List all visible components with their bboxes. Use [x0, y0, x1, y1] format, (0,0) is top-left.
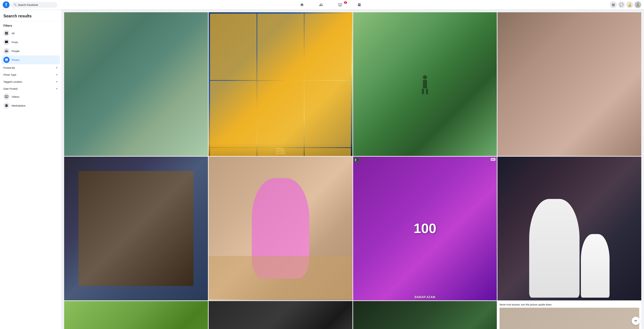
svg-rect-3 — [426, 89, 428, 94]
content-area: FIFA 23 Ratings FASTEST PLAYERS — [62, 9, 644, 329]
share-fab-icon: ✏ — [634, 319, 637, 323]
sidebar-item-posts-label: Posts — [12, 41, 18, 44]
main-layout: Search results Filters All Posts People — [0, 9, 644, 329]
account-avatar[interactable] — [634, 1, 641, 8]
videos-icon — [4, 94, 10, 100]
filter-tagged-location[interactable]: Tagged Location ▼ — [1, 78, 60, 85]
page-title: Search results — [1, 12, 60, 20]
photo-item-6[interactable] — [209, 157, 352, 300]
filter-date-posted[interactable]: Date Posted ▼ — [1, 85, 60, 92]
nav-watch[interactable]: 6 — [330, 1, 350, 9]
filter-posted-by-label: Posted By — [4, 66, 15, 69]
sidebar-item-marketplace[interactable]: Marketplace — [1, 101, 60, 110]
sidebar-item-photos-label: Photos — [12, 58, 20, 61]
photo-item-7[interactable]: 🇵🇰 ICC 100 BABAR AZAM — [353, 157, 497, 300]
photo-item-4[interactable] — [498, 12, 641, 156]
search-box[interactable]: 🔍 — [11, 2, 57, 8]
filter-posted-by[interactable]: Posted By ▼ — [1, 64, 60, 71]
filter-photo-type[interactable]: Photo Type ▼ — [1, 71, 60, 78]
svg-rect-1 — [423, 80, 427, 88]
sidebar-item-people-label: People — [12, 50, 20, 52]
babar-number-overlay: 100 — [353, 157, 497, 300]
filters-label: Filters — [1, 22, 60, 29]
chevron-down-icon-posted-by: ▼ — [56, 67, 58, 69]
chevron-down-icon-tagged-location: ▼ — [56, 81, 58, 83]
facebook-logo[interactable]: f — [3, 1, 10, 8]
sidebar: Search results Filters All Posts People — [0, 9, 62, 329]
photo-item-11[interactable]: BREAKING NEWS FROM — [353, 301, 497, 329]
trust-text: Never trust anyone, turn this picture up… — [500, 303, 552, 307]
sidebar-item-marketplace-label: Marketplace — [12, 104, 26, 107]
photo-item-9[interactable] — [64, 301, 208, 329]
share-fab-button[interactable]: ✏ — [632, 317, 640, 325]
chevron-down-icon-date-posted: ▼ — [56, 88, 58, 90]
watch-badge: 6 — [344, 1, 347, 4]
trust-image-thumbnail — [500, 308, 639, 329]
nav-friends[interactable] — [312, 1, 330, 9]
photo-item-10[interactable]: BREAKING NEWS FROM — [209, 301, 352, 329]
top-navigation: f 🔍 6 ⊞ 💬 🔔 — [0, 0, 644, 9]
search-icon: 🔍 — [14, 3, 16, 6]
chevron-down-icon-photo-type: ▼ — [56, 74, 58, 76]
sidebar-item-videos-label: Videos — [12, 95, 20, 98]
search-input[interactable] — [18, 3, 52, 6]
nav-home[interactable] — [292, 1, 312, 9]
photo-item-12[interactable]: Never trust anyone, turn this picture up… — [498, 301, 641, 329]
nav-right: ⊞ 💬 🔔 — [604, 1, 641, 8]
babar-name: BABAR AZAM — [353, 296, 497, 299]
nav-marketplace[interactable] — [350, 1, 369, 9]
photo-item-8[interactable] — [498, 157, 641, 300]
sidebar-item-videos[interactable]: Videos — [1, 92, 60, 101]
notifications-icon-button[interactable]: 🔔 — [626, 1, 633, 8]
photo-item-1[interactable] — [64, 12, 208, 156]
sidebar-item-posts[interactable]: Posts — [1, 38, 60, 46]
marketplace-icon — [4, 102, 10, 109]
sidebar-item-photos[interactable]: Photos — [1, 55, 60, 64]
filter-date-posted-label: Date Posted — [4, 87, 18, 90]
menu-icon-button[interactable]: ⊞ — [610, 1, 617, 8]
nav-center: 6 — [57, 1, 604, 9]
messenger-icon-button[interactable]: 💬 — [618, 1, 625, 8]
photo-item-5[interactable] — [64, 157, 208, 300]
photos-icon — [4, 57, 10, 63]
sidebar-item-all[interactable]: All — [1, 29, 60, 38]
photo-item-2[interactable]: FIFA 23 Ratings FASTEST PLAYERS — [209, 12, 352, 156]
babar-number: 100 — [414, 221, 436, 236]
nav-left: f 🔍 — [3, 1, 57, 8]
svg-rect-2 — [422, 89, 424, 94]
posts-icon — [4, 39, 10, 45]
filter-tagged-location-label: Tagged Location — [4, 80, 22, 83]
svg-point-0 — [423, 75, 427, 79]
sidebar-item-people[interactable]: People — [1, 46, 60, 55]
all-icon — [4, 30, 10, 36]
photo-item-3[interactable] — [353, 12, 497, 156]
photo-grid: FIFA 23 Ratings FASTEST PLAYERS — [64, 12, 641, 329]
people-icon — [4, 48, 10, 54]
sidebar-item-all-label: All — [12, 32, 14, 35]
filter-photo-type-label: Photo Type — [4, 73, 16, 76]
